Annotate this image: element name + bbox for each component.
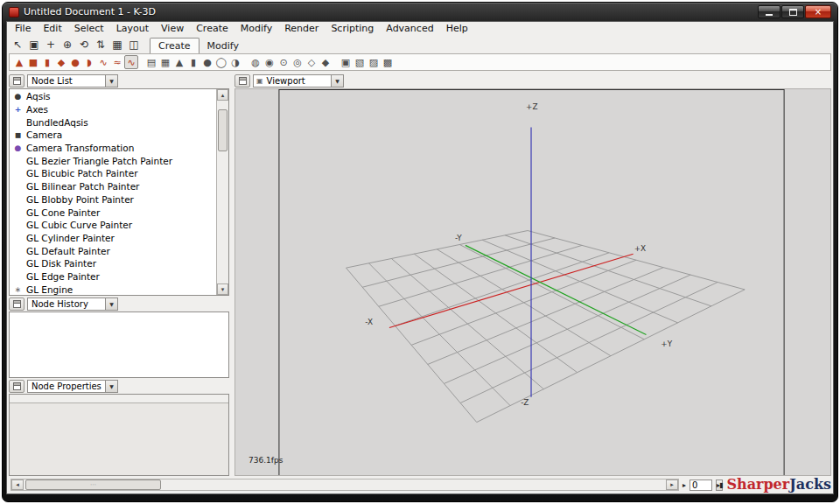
pin-panel-button[interactable] [234,74,250,88]
toolbar-icon[interactable]: ▩ [381,55,395,69]
horizontal-scrollbar[interactable]: ◂ ⋯ ▸ [10,479,679,491]
menu-item[interactable]: Create [190,22,234,35]
skip-to-end-button[interactable]: ▸▮ [716,480,723,491]
toolbar-icon[interactable]: ◑ [228,55,242,69]
scroll-right-button[interactable]: ▸ [666,480,678,490]
toolbar-icon[interactable]: ● [200,55,214,69]
tool-icon[interactable]: ⇅ [93,37,108,52]
list-item[interactable]: GL Cone Painter [10,206,216,219]
toolbar-icon[interactable]: ▲ [172,55,186,69]
list-item[interactable]: ◼ Camera [10,129,216,142]
properties-divider [10,395,228,403]
toolbar-icon[interactable]: ∿ [96,55,110,69]
hscrollbar-thumb[interactable]: ⋯ [25,480,161,490]
tool-icon[interactable]: ▦ [109,37,125,52]
toolbar-icon[interactable]: ∿ [124,55,138,69]
toolbar-icon[interactable]: ◍ [248,55,262,69]
node-list-combobox[interactable]: Node List ▼ [27,74,118,88]
toolbar-icon[interactable]: ▨ [367,55,381,69]
toolbar-icon[interactable]: ▧ [353,55,367,69]
menu-item[interactable]: Scripting [325,22,380,35]
close-button[interactable]: × [805,5,831,18]
node-list-scrollbar[interactable]: ▴ ▾ [216,89,228,295]
menu-item[interactable]: Select [68,22,110,35]
list-item[interactable]: GL Disk Painter [10,257,216,270]
list-item[interactable]: GL Cubic Curve Painter [10,219,216,232]
toolbar-icon[interactable]: ▤ [144,55,158,69]
toolbar-icon[interactable]: ◆ [54,55,68,69]
chevron-down-icon[interactable]: ▼ [105,298,117,310]
list-item[interactable]: ● Aqsis [10,90,216,103]
list-item[interactable]: GL Bilinear Patch Painter [10,180,216,193]
pin-panel-button[interactable] [9,74,24,88]
toolbar-icon[interactable]: ▣ [339,55,353,69]
tool-icon[interactable]: ▣ [26,37,42,52]
toolbar-icon[interactable]: ◯ [214,55,228,69]
pin-panel-button[interactable] [9,380,24,393]
menu-item[interactable]: Edit [37,22,67,35]
menu-item[interactable]: Modify [234,22,278,35]
toolbar-icon[interactable]: ◎ [290,55,304,69]
toolbar-icon[interactable]: ● [68,55,82,69]
toolbar-icon[interactable]: ▮ [186,55,200,69]
tab-modify[interactable]: Modify [200,38,247,53]
tool-icon[interactable]: ↖ [10,37,25,52]
tool-icon[interactable]: ◫ [126,37,142,52]
toolbar-icon[interactable]: ■ [26,55,40,69]
minimize-button[interactable] [758,5,780,18]
list-item[interactable]: GL Bezier Triangle Patch Painter [10,154,216,167]
titlebar[interactable]: Untitled Document 1 - K-3D × [6,3,834,21]
list-item[interactable]: GL Edge Painter [10,270,216,284]
list-item[interactable]: GL Bicubic Patch Painter [10,167,216,180]
toolbar-icon[interactable]: ▦ [158,55,172,69]
viewport-canvas[interactable]: +Z -Z +X -X -Y +Y [235,89,830,475]
menu-item[interactable]: Help [440,22,474,35]
chevron-down-icon[interactable]: ▼ [331,75,343,87]
timeline-arrow-button[interactable]: ▸ [682,480,686,491]
toolbar-icon[interactable]: ◉ [262,55,276,69]
pin-panel-icon [12,382,22,391]
viewport-combobox[interactable]: ▣ Viewport ▼ [253,74,344,88]
scrollbar-thumb[interactable] [218,109,228,151]
chevron-down-icon[interactable]: ▼ [105,381,117,392]
viewport-area: +Z -Z +X -X -Y +Y 736.1fps [234,88,831,476]
menu-item[interactable]: File [9,22,37,35]
tool-icon[interactable]: ⟲ [76,37,92,52]
toolbar-icon[interactable]: ◆ [318,55,332,69]
scroll-up-button[interactable]: ▴ [217,89,228,101]
tool-icon[interactable]: + [43,37,59,52]
list-item[interactable]: + Axes [10,103,216,116]
node-label: GL Bezier Triangle Patch Painter [26,156,172,166]
list-item[interactable]: GL Cylinder Painter [10,232,216,245]
toolbar-icon[interactable]: ◇ [304,55,318,69]
maximize-button[interactable] [781,5,804,18]
scroll-left-button[interactable]: ◂ [11,480,24,490]
menu-item[interactable]: Render [278,22,325,35]
scrollbar-track[interactable] [217,101,228,284]
tool-icon[interactable]: ⊕ [60,37,75,52]
menu-item[interactable]: View [155,22,190,35]
list-item[interactable]: BundledAqsis [10,116,216,129]
scroll-down-button[interactable]: ▾ [217,284,228,295]
toolbar-icon[interactable]: ▮ [40,55,54,69]
pin-panel-button[interactable] [9,298,24,311]
toolbar-icon[interactable]: ≈ [110,55,124,69]
list-item[interactable]: GL Default Painter [10,244,216,257]
node-history-combobox[interactable]: Node History ▼ [27,298,118,311]
hscrollbar-track[interactable]: ⋯ [24,480,666,490]
node-label: GL Default Painter [26,246,110,256]
menu-item[interactable]: Advanced [380,22,439,35]
axis-label-neg-x: -X [365,318,373,326]
node-properties-combobox[interactable]: Node Properties ▼ [27,380,118,393]
menu-item[interactable]: Layout [110,22,155,35]
toolbar-icon[interactable]: ⊙ [276,55,290,69]
chevron-down-icon[interactable]: ▼ [105,75,117,87]
list-item[interactable]: ∗ GL Engine [10,283,216,295]
node-label: BundledAqsis [26,117,88,128]
toolbar-icon[interactable]: ◗ [82,55,96,69]
list-item[interactable]: ● Camera Transformation [10,142,216,155]
toolbar-icon[interactable]: ▲ [12,55,26,69]
frame-number-input[interactable] [690,480,712,491]
tab-create[interactable]: Create [150,38,200,53]
list-item[interactable]: GL Blobby Point Painter [10,193,216,206]
